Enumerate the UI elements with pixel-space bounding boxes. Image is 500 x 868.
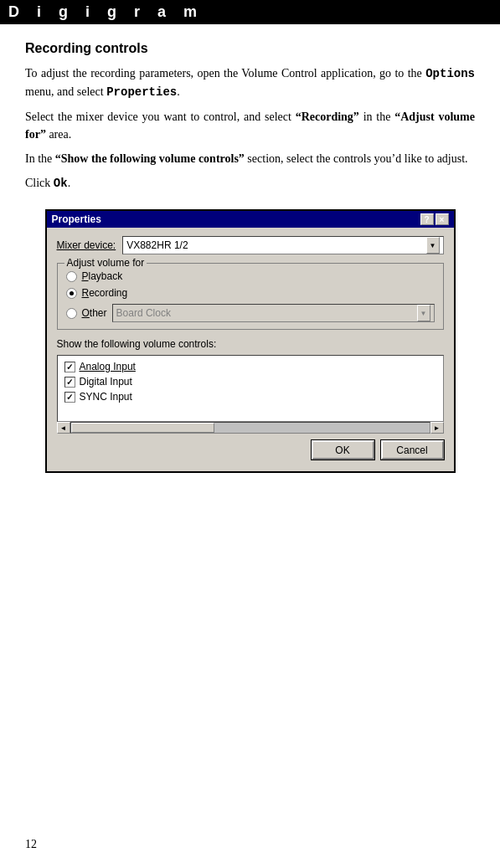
digital-checkbox[interactable]: ✓: [64, 377, 75, 388]
dialog-buttons: OK Cancel: [57, 440, 444, 463]
cancel-button[interactable]: Cancel: [381, 440, 444, 460]
digital-label: Digital Input: [80, 376, 132, 388]
volume-controls-label: Show the following volume controls:: [57, 338, 444, 350]
adjust-volume-label: Adjust volume for: [64, 257, 147, 269]
dialog-body: Mixer device: VX882HR 1/2 ▼ Adjust volum…: [47, 228, 454, 471]
scroll-right-button[interactable]: ►: [430, 422, 444, 434]
mixer-dropdown-arrow[interactable]: ▼: [426, 237, 440, 254]
recording-radio-row[interactable]: Recording: [66, 287, 435, 299]
other-dropdown-value: Board Clock: [116, 307, 171, 319]
dialog-title: Properties: [52, 213, 101, 225]
volume-controls-section: Show the following volume controls: ✓ An…: [57, 338, 444, 434]
analog-label: Analog Input: [80, 361, 136, 372]
other-dropdown[interactable]: Board Clock ▼: [112, 304, 435, 322]
checkboxes-area: ✓ Analog Input ✓ Digital Input ✓ SYNC In…: [57, 355, 444, 422]
page-content: Recording controls To adjust the recordi…: [0, 24, 500, 506]
analog-checkbox[interactable]: ✓: [64, 362, 75, 372]
other-dropdown-arrow[interactable]: ▼: [417, 305, 430, 321]
playback-label: Playback: [82, 270, 123, 282]
close-button[interactable]: ×: [436, 213, 449, 225]
mixer-row: Mixer device: VX882HR 1/2 ▼: [57, 236, 444, 254]
ok-button[interactable]: OK: [312, 440, 374, 460]
mixer-dropdown[interactable]: VX882HR 1/2 ▼: [122, 236, 443, 254]
playback-radio-row[interactable]: Playback: [66, 270, 435, 282]
recording-radio[interactable]: [66, 288, 77, 299]
section-title: Recording controls: [25, 41, 475, 56]
sync-checkbox[interactable]: ✓: [64, 392, 75, 403]
scroll-track[interactable]: [70, 422, 430, 434]
dialog-titlebar: Properties ? ×: [47, 211, 454, 228]
other-radio-row[interactable]: Other Board Clock ▼: [66, 304, 435, 322]
properties-dialog: Properties ? × Mixer device: VX882HR 1/2…: [45, 209, 456, 473]
playback-radio[interactable]: [66, 271, 77, 282]
scroll-left-button[interactable]: ◄: [57, 422, 70, 434]
other-label: Other: [82, 307, 107, 319]
scrollbar-row: ◄ ►: [57, 422, 444, 434]
para4: Click Ok.: [25, 174, 475, 193]
checkbox-row-sync: ✓ SYNC Input: [64, 391, 436, 403]
other-radio[interactable]: [66, 308, 77, 319]
header-bar: D i g i g r a m: [0, 0, 500, 24]
para1: To adjust the recording parameters, open…: [25, 64, 475, 101]
adjust-volume-group: Adjust volume for Playback Recording: [57, 263, 444, 330]
help-button[interactable]: ?: [420, 213, 434, 225]
mixer-label: Mixer device:: [57, 239, 116, 251]
checkbox-row-analog: ✓ Analog Input: [64, 361, 436, 372]
titlebar-buttons: ? ×: [420, 213, 449, 225]
checkbox-row-digital: ✓ Digital Input: [64, 376, 436, 388]
page-number: 12: [25, 838, 37, 851]
sync-label: SYNC Input: [80, 391, 132, 403]
mixer-value: VX882HR 1/2: [126, 239, 188, 251]
scroll-thumb[interactable]: [71, 423, 214, 433]
para2: Select the mixer device you want to cont…: [25, 108, 475, 143]
dialog-container: Properties ? × Mixer device: VX882HR 1/2…: [25, 209, 475, 473]
header-title: D i g i g r a m: [8, 3, 204, 20]
recording-label: Recording: [82, 287, 128, 299]
para3: In the “Show the following volume contro…: [25, 150, 475, 167]
